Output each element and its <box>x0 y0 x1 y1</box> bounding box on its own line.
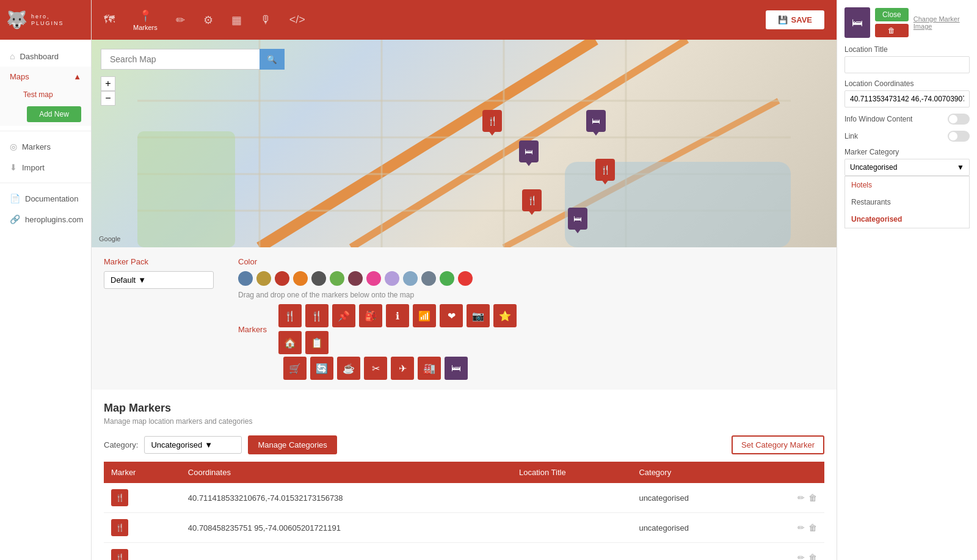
rp-category-value: Uncategorised <box>850 163 897 172</box>
sidebar-item-maps[interactable]: Maps ▲ <box>0 67 91 87</box>
color-dot-12[interactable] <box>440 271 454 286</box>
google-label: Google <box>99 235 120 242</box>
save-button[interactable]: 💾 SAVE <box>766 10 824 29</box>
rp-link-toggle[interactable] <box>948 131 970 142</box>
rp-category-dropdown[interactable]: Uncategorised ▼ <box>844 159 970 176</box>
marker-chip-8[interactable]: 📷 <box>467 304 490 327</box>
topnav-item-mic[interactable]: 🎙 <box>260 13 271 26</box>
rp-location-title-input[interactable] <box>844 56 970 73</box>
category-select[interactable]: Uncategorised ▼ <box>144 436 242 454</box>
marker-chip-9[interactable]: ⭐ <box>493 304 517 327</box>
table-cell-coords-3 <box>181 543 512 561</box>
delete-icon-2[interactable]: 🗑 <box>808 523 817 533</box>
color-dot-1[interactable] <box>238 271 253 286</box>
table-cell-category-3 <box>631 543 757 561</box>
map-marker-2[interactable]: 🛏 <box>586 110 606 132</box>
marker-chip-1[interactable]: 🍴 <box>278 304 302 327</box>
markers-table: Marker Coordinates Location Title Catego… <box>104 462 824 560</box>
sidebar-label-import: Import <box>22 163 45 172</box>
color-dot-8[interactable] <box>366 271 381 286</box>
rp-actions: Close 🗑 <box>875 8 909 37</box>
set-category-marker-button[interactable]: Set Category Marker <box>732 435 824 454</box>
marker-chip-6[interactable]: 📶 <box>413 304 436 327</box>
topnav-item-code[interactable]: </> <box>289 13 305 26</box>
rp-option-uncategorised[interactable]: Uncategorised <box>845 211 969 228</box>
top-nav: 🗺 📍 Markers ✏ ⚙ ▦ 🎙 </> 💾 SAVE <box>92 0 837 40</box>
topnav-item-map[interactable]: 🗺 <box>104 13 115 26</box>
edit-icon-3[interactable]: ✏ <box>797 553 805 560</box>
color-dot-5[interactable] <box>311 271 326 286</box>
color-dot-10[interactable] <box>403 271 418 286</box>
map-marker-3[interactable]: 🛏 <box>519 140 539 162</box>
edit-icon-2[interactable]: ✏ <box>797 523 805 533</box>
marker-chip-10[interactable]: 🏠 <box>278 331 302 354</box>
sidebar-item-markers[interactable]: ◎ Markers <box>0 136 91 157</box>
delete-icon-3[interactable]: 🗑 <box>808 553 817 560</box>
save-icon: 💾 <box>778 15 788 24</box>
rp-option-hotels[interactable]: Hotels <box>845 176 969 194</box>
import-icon: ⬇ <box>10 162 17 172</box>
marker-chip-17[interactable]: 🏭 <box>418 357 441 380</box>
zoom-out-button[interactable]: − <box>101 91 115 106</box>
col-category: Category <box>631 462 757 483</box>
category-chevron-icon: ▼ <box>205 440 212 449</box>
marker-chip-4[interactable]: 🎒 <box>359 304 382 327</box>
search-input[interactable] <box>101 49 260 70</box>
color-dot-9[interactable] <box>385 271 399 286</box>
marker-chip-5[interactable]: ℹ <box>386 304 409 327</box>
edit-icon-1[interactable]: ✏ <box>797 493 805 503</box>
marker-chip-2[interactable]: 🍴 <box>305 304 329 327</box>
sidebar-item-heroplugins[interactable]: 🔗 heroplugins.com <box>0 209 91 230</box>
sidebar-item-documentation[interactable]: 📄 Documentation <box>0 188 91 209</box>
marker-chip-13[interactable]: 🔄 <box>310 357 333 380</box>
app-name: hero, <box>31 13 64 20</box>
logo-area: 🐺 hero, PLUGINS <box>0 0 91 40</box>
code-icon: </> <box>289 13 305 26</box>
rp-info-window-toggle[interactable] <box>948 114 970 125</box>
map-marker-1[interactable]: 🍴 <box>482 110 502 132</box>
category-select-value: Uncategorised <box>151 440 202 449</box>
color-dot-11[interactable] <box>421 271 436 286</box>
color-dot-6[interactable] <box>330 271 344 286</box>
marker-chip-14[interactable]: ☕ <box>337 357 360 380</box>
map-marker-5[interactable]: 🍴 <box>522 189 542 211</box>
rp-close-button[interactable]: Close <box>875 8 909 21</box>
add-new-button[interactable]: Add New <box>27 106 81 122</box>
rp-image-row: 🛏 Close 🗑 Change Marker Image <box>844 7 970 38</box>
map-markers-section: Map Markers Manage map location markers … <box>92 390 837 560</box>
color-dot-3[interactable] <box>275 271 289 286</box>
content-area: 🔍 + − 🍴 🛏 🛏 🍴 <box>92 40 837 560</box>
marker-chip-18[interactable]: 🛏 <box>445 357 468 380</box>
topnav-item-markers[interactable]: 📍 Markers <box>133 9 158 31</box>
sidebar-item-dashboard[interactable]: ⌂ Dashboard <box>0 46 91 67</box>
color-dot-13[interactable] <box>458 271 473 286</box>
delete-icon-1[interactable]: 🗑 <box>808 493 817 503</box>
sidebar-item-import[interactable]: ⬇ Import <box>0 157 91 178</box>
color-dot-2[interactable] <box>256 271 271 286</box>
marker-chip-3[interactable]: 📌 <box>332 304 355 327</box>
topnav-item-pencil[interactable]: ✏ <box>176 13 185 27</box>
sidebar-item-testmap[interactable]: Test map <box>17 87 91 103</box>
search-button[interactable]: 🔍 <box>260 49 285 70</box>
color-dot-4[interactable] <box>293 271 308 286</box>
rp-option-restaurants[interactable]: Restaurants <box>845 194 969 211</box>
topnav-item-grid[interactable]: ▦ <box>231 13 242 27</box>
rp-delete-button[interactable]: 🗑 <box>875 24 909 37</box>
color-row <box>238 271 473 286</box>
topnav-item-settings[interactable]: ⚙ <box>203 13 213 27</box>
zoom-in-button[interactable]: + <box>101 76 115 91</box>
marker-chip-12[interactable]: 🛒 <box>283 357 307 380</box>
marker-chip-16[interactable]: ✈ <box>391 357 414 380</box>
marker-chip-11[interactable]: 📋 <box>305 331 329 354</box>
rp-coordinates-input[interactable] <box>844 90 970 107</box>
change-marker-image-link[interactable]: Change Marker Image <box>913 15 970 30</box>
map-marker-4[interactable]: 🍴 <box>595 159 615 181</box>
marker-pack-select[interactable]: Default ▼ <box>104 271 214 289</box>
marker-chip-7[interactable]: ❤ <box>440 304 463 327</box>
rp-info-window-row: Info Window Content <box>844 114 970 125</box>
marker-chip-15[interactable]: ✂ <box>364 357 387 380</box>
manage-categories-button[interactable]: Manage Categories <box>248 435 336 454</box>
color-dot-7[interactable] <box>348 271 363 286</box>
map-marker-6[interactable]: 🛏 <box>568 208 587 230</box>
map-placeholder: 🔍 + − 🍴 🛏 🛏 🍴 <box>92 40 837 247</box>
